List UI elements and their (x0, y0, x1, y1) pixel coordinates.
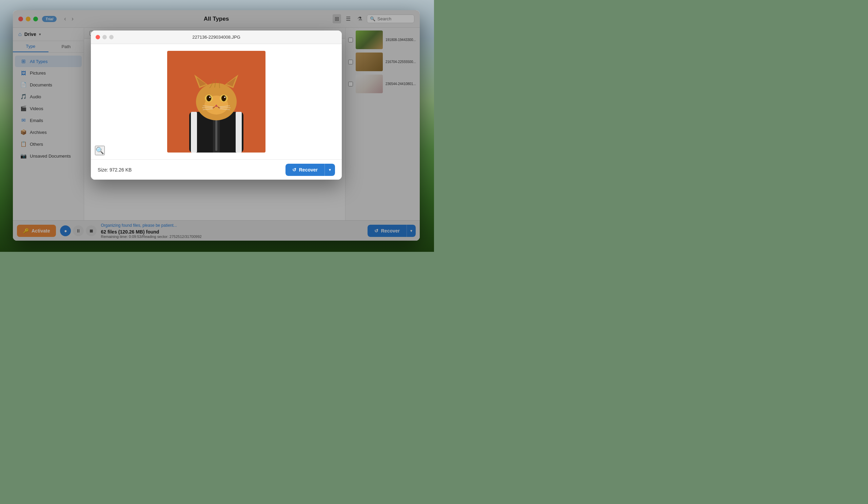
preview-image (167, 51, 266, 153)
recover-label: Recover (299, 167, 318, 172)
modal-body: 🔍 (91, 44, 342, 159)
svg-point-15 (221, 95, 226, 101)
modal-recover-button[interactable]: ↺ Recover (286, 164, 324, 176)
svg-rect-4 (215, 117, 217, 151)
chevron-down-icon: ▾ (329, 167, 331, 172)
svg-rect-2 (191, 112, 197, 153)
svg-point-13 (209, 97, 210, 98)
modal-maximize-button[interactable] (109, 35, 114, 39)
preview-modal: 227136-229034008.JPG (91, 31, 342, 180)
modal-titlebar: 227136-229034008.JPG (91, 31, 342, 44)
zoom-icon: 🔍 (96, 147, 104, 154)
file-size: Size: 972.26 KB (98, 167, 132, 172)
modal-window-controls (96, 35, 114, 39)
modal-title: 227136-229034008.JPG (192, 34, 240, 40)
modal-footer: Size: 972.26 KB ↺ Recover ▾ (91, 159, 342, 180)
modal-minimize-button[interactable] (102, 35, 107, 39)
modal-close-button[interactable] (96, 35, 100, 39)
zoom-button[interactable]: 🔍 (95, 146, 105, 155)
app-window: Trial ‹ › All Types ⊞ ☰ ⚗ 🔍 ⌂ (13, 10, 420, 241)
svg-rect-3 (236, 112, 242, 153)
modal-recover-dropdown-button[interactable]: ▾ (324, 164, 335, 176)
svg-point-12 (206, 95, 211, 101)
recover-icon: ↺ (292, 167, 296, 172)
modal-recover-group: ↺ Recover ▾ (286, 164, 335, 176)
modal-overlay: 227136-229034008.JPG (13, 10, 420, 241)
svg-point-16 (224, 97, 226, 98)
